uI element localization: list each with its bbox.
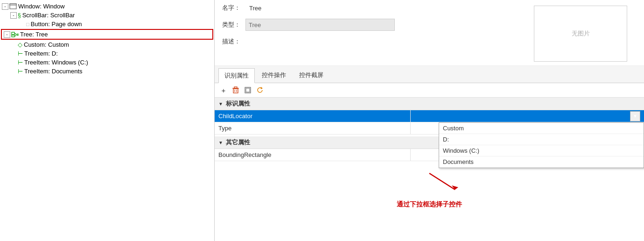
svg-rect-11 — [234, 87, 237, 88]
treeitem-windows-icon: ⊢ — [18, 59, 23, 66]
delete-button[interactable] — [231, 85, 241, 95]
svg-marker-16 — [261, 87, 263, 89]
edit-button[interactable] — [243, 85, 253, 95]
dropdown-item-windows[interactable]: Windows (C:) — [439, 145, 644, 156]
button-icon: □ — [26, 21, 29, 27]
tree-item-custom[interactable]: ◇ Custom: Custom — [0, 40, 214, 49]
type-label: Type — [218, 125, 231, 132]
svg-rect-8 — [17, 34, 18, 35]
annotation-text: 通过下拉框选择子控件 — [215, 197, 644, 213]
childlocator-label: ChildLocator — [218, 113, 252, 120]
cell-type-name: Type — [215, 122, 411, 134]
svg-rect-15 — [246, 88, 250, 92]
dropdown-arrow[interactable]: ▼ — [630, 111, 640, 121]
props-content: ▼ 标识属性 ChildLocator ▼ Custom — [215, 98, 644, 241]
expand-window[interactable]: - — [2, 3, 8, 10]
scrollbar-icon: § — [18, 12, 21, 19]
expand-scrollbar[interactable]: - — [10, 12, 17, 19]
cell-childlocator-value[interactable]: ▼ Custom D: Windows (C:) Documents — [411, 110, 644, 122]
tree-label-windows: TreeItem: Windows (C:) — [24, 59, 88, 66]
image-placeholder: 无图片 — [534, 6, 627, 62]
table-row-childlocator[interactable]: ChildLocator ▼ Custom D: Windows (C:) Do… — [215, 110, 644, 122]
props-top: 名字： Tree 类型： 描述： 无图片 — [215, 0, 644, 66]
expand-tree[interactable]: - — [4, 31, 10, 38]
delete-icon — [232, 86, 239, 94]
cell-childlocator-name: ChildLocator — [215, 110, 411, 122]
bounding-label: BoundingRectangle — [218, 151, 271, 158]
window-icon — [9, 3, 17, 10]
tree-item-d[interactable]: ⊢ TreeItem: D: — [0, 49, 214, 58]
dropdown-list: Custom D: Windows (C:) Documents — [439, 122, 644, 168]
tree-item-documents[interactable]: ⊢ TreeItem: Documents — [0, 67, 214, 76]
prop-label-name: 名字： — [222, 4, 245, 12]
tree-label-window: Window: Window — [18, 3, 65, 10]
tree-label-custom: Custom: Custom — [24, 41, 69, 48]
main-container: - Window: Window - § ScrollBar: ScrollBa… — [0, 0, 644, 241]
prop-row-type: 类型： — [222, 19, 525, 31]
tab-screenshot[interactable]: 控件截屏 — [293, 68, 329, 83]
prop-label-desc: 描述： — [222, 37, 245, 46]
svg-rect-3 — [12, 35, 14, 37]
add-button[interactable]: + — [218, 85, 229, 95]
tree-label-button: Button: Page down — [31, 21, 82, 28]
tree-item-button[interactable]: □ Button: Page down — [0, 20, 214, 28]
tabs-bar: 识别属性 控件操作 控件截屏 — [215, 66, 644, 83]
dropdown-wrapper: ▼ — [630, 111, 640, 121]
arrow-annotation — [383, 169, 476, 197]
custom-icon: ◇ — [18, 41, 22, 48]
content-below-tabs: + — [215, 83, 644, 241]
tree-label-documents: TreeItem: Documents — [24, 68, 83, 75]
section-identify: ▼ 标识属性 — [215, 98, 644, 110]
treeitem-documents-icon: ⊢ — [18, 68, 23, 75]
prop-value-name: Tree — [245, 5, 261, 12]
tree-item-windows[interactable]: ⊢ TreeItem: Windows (C:) — [0, 58, 214, 67]
tree-ctrl-icon — [11, 31, 19, 38]
tree-label-tree: Tree: Tree — [20, 31, 48, 38]
cell-bounding-name: BoundingRectangle — [215, 149, 411, 161]
dropdown-item-documents[interactable]: Documents — [439, 156, 644, 168]
tree-item-window[interactable]: - Window: Window — [0, 2, 214, 11]
refresh-icon — [256, 86, 264, 94]
tree-item-scrollbar[interactable]: - § ScrollBar: ScrollBar — [0, 11, 214, 20]
treeitem-d-icon: ⊢ — [18, 50, 23, 57]
toolbar: + — [215, 83, 644, 98]
edit-icon — [244, 86, 252, 94]
tree-item-tree[interactable]: - Tree: Tree — [1, 29, 213, 40]
svg-rect-9 — [233, 89, 238, 93]
tree-label-d: TreeItem: D: — [24, 50, 58, 57]
svg-line-17 — [429, 173, 455, 190]
section-identify-label: 标识属性 — [226, 99, 250, 108]
prop-input-type[interactable] — [245, 19, 395, 31]
tree-label-scrollbar: ScrollBar: ScrollBar — [22, 12, 75, 19]
svg-rect-2 — [12, 32, 14, 35]
dropdown-item-custom[interactable]: Custom — [439, 123, 644, 134]
props-fields: 名字： Tree 类型： 描述： — [222, 4, 534, 62]
dropdown-item-d[interactable]: D: — [439, 134, 644, 145]
tab-identify[interactable]: 识别属性 — [218, 68, 255, 83]
prop-row-name: 名字： Tree — [222, 4, 525, 12]
prop-label-type: 类型： — [222, 21, 245, 29]
chevron-identify: ▼ — [218, 101, 223, 106]
section-other-label: 其它属性 — [226, 138, 250, 147]
annotation-area: 通过下拉框选择子控件 — [215, 161, 644, 216]
refresh-button[interactable] — [255, 85, 265, 95]
tab-control[interactable]: 控件操作 — [256, 68, 292, 83]
prop-row-desc: 描述： — [222, 37, 525, 46]
chevron-other: ▼ — [218, 140, 223, 145]
left-panel: - Window: Window - § ScrollBar: ScrollBa… — [0, 0, 215, 241]
right-panel: 名字： Tree 类型： 描述： 无图片 识别属性 控件操作 控件截屏 — [215, 0, 644, 241]
svg-rect-1 — [10, 4, 16, 5]
